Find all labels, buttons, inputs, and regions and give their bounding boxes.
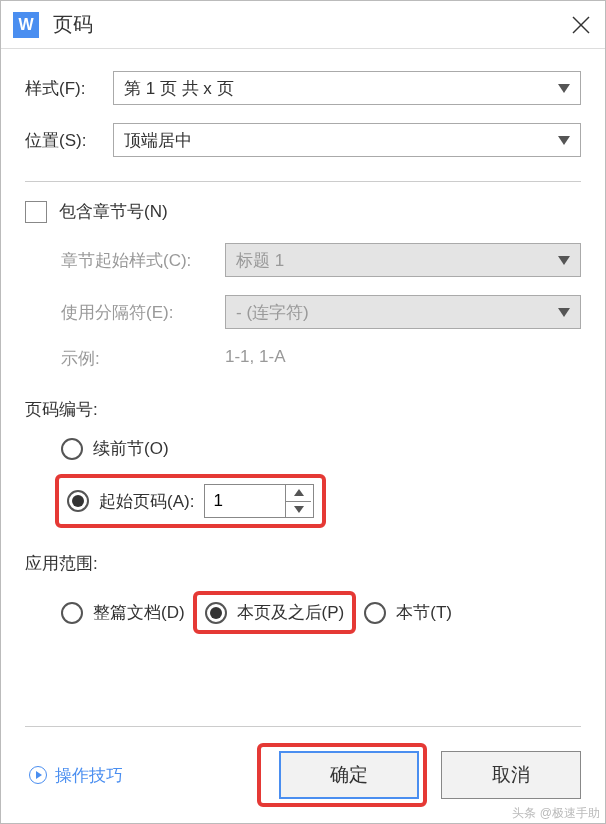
separator-value: - (连字符)	[236, 301, 309, 324]
separator-combo: - (连字符)	[225, 295, 581, 329]
start-page-highlight: 起始页码(A):	[55, 474, 326, 528]
start-page-radio[interactable]	[67, 490, 89, 512]
arrow-up-icon	[294, 489, 304, 496]
chevron-down-icon	[558, 256, 570, 265]
example-value: 1-1, 1-A	[225, 347, 285, 370]
chapter-style-combo: 标题 1	[225, 243, 581, 277]
tips-link[interactable]: 操作技巧	[29, 764, 123, 787]
divider	[25, 181, 581, 182]
ok-button[interactable]: 确定	[279, 751, 419, 799]
position-value: 顶端居中	[124, 129, 192, 152]
page-number-dialog: W 页码 样式(F): 第 1 页 共 x 页 位置(S): 顶端居中 包含章节…	[0, 0, 606, 824]
tips-label: 操作技巧	[55, 764, 123, 787]
continue-radio[interactable]	[61, 438, 83, 460]
continue-radio-row: 续前节(O)	[25, 437, 581, 460]
include-chapter-row: 包含章节号(N)	[25, 200, 581, 223]
scope-row: 整篇文档(D) 本页及之后(P) 本节(T)	[25, 591, 581, 634]
include-chapter-label: 包含章节号(N)	[59, 200, 168, 223]
spin-buttons	[285, 485, 311, 517]
start-page-spinbox[interactable]	[204, 484, 314, 518]
whole-doc-radio[interactable]	[61, 602, 83, 624]
chevron-down-icon	[558, 136, 570, 145]
style-combo[interactable]: 第 1 页 共 x 页	[113, 71, 581, 105]
titlebar: W 页码	[1, 1, 605, 49]
position-combo[interactable]: 顶端居中	[113, 123, 581, 157]
start-page-input[interactable]	[205, 485, 285, 517]
position-label: 位置(S):	[25, 129, 113, 152]
watermark: 头条 @极速手助	[512, 805, 600, 822]
chapter-sub-section: 章节起始样式(C): 标题 1 使用分隔符(E): - (连字符)	[25, 243, 581, 347]
this-page-after-highlight: 本页及之后(P)	[193, 591, 357, 634]
style-row: 样式(F): 第 1 页 共 x 页	[25, 71, 581, 105]
scope-section-label: 应用范围:	[25, 552, 581, 575]
numbering-section-label: 页码编号:	[25, 398, 581, 421]
arrow-down-icon	[294, 506, 304, 513]
this-section-radio[interactable]	[364, 602, 386, 624]
scope-this-page-after: 本页及之后(P)	[205, 601, 345, 624]
this-section-label: 本节(T)	[396, 601, 452, 624]
this-page-after-radio[interactable]	[205, 602, 227, 624]
chevron-down-icon	[558, 308, 570, 317]
app-icon: W	[13, 12, 39, 38]
chapter-style-value: 标题 1	[236, 249, 284, 272]
cancel-button[interactable]: 取消	[441, 751, 581, 799]
this-page-after-label: 本页及之后(P)	[237, 601, 345, 624]
position-row: 位置(S): 顶端居中	[25, 123, 581, 157]
continue-label: 续前节(O)	[93, 437, 169, 460]
style-label: 样式(F):	[25, 77, 113, 100]
ok-highlight: 确定	[257, 743, 427, 807]
scope-whole-doc: 整篇文档(D)	[61, 601, 185, 624]
start-page-label: 起始页码(A):	[99, 490, 194, 513]
dialog-title: 页码	[53, 11, 93, 38]
dialog-content: 样式(F): 第 1 页 共 x 页 位置(S): 顶端居中 包含章节号(N) …	[1, 49, 605, 823]
include-chapter-checkbox[interactable]	[25, 201, 47, 223]
spin-up-button[interactable]	[286, 485, 311, 502]
close-button[interactable]	[557, 1, 605, 49]
chapter-style-label: 章节起始样式(C):	[61, 249, 225, 272]
footer-buttons: 确定 取消	[257, 743, 581, 807]
scope-this-section: 本节(T)	[364, 601, 452, 624]
chevron-down-icon	[558, 84, 570, 93]
style-value: 第 1 页 共 x 页	[124, 77, 234, 100]
play-icon	[29, 766, 47, 784]
separator-label: 使用分隔符(E):	[61, 301, 225, 324]
spin-down-button[interactable]	[286, 502, 311, 518]
whole-doc-label: 整篇文档(D)	[93, 601, 185, 624]
example-row: 示例: 1-1, 1-A	[25, 347, 581, 370]
example-label: 示例:	[61, 347, 225, 370]
dialog-footer: 操作技巧 确定 取消	[25, 726, 581, 807]
